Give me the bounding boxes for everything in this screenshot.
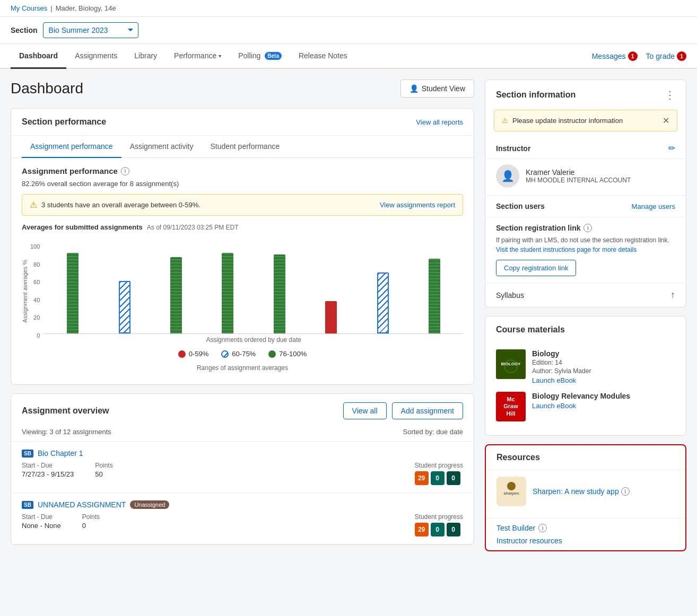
section-label: Section [11,26,38,34]
student-view-label: Student View [422,84,465,93]
assignment-row-1: SB Bio Chapter 1 Start - Due 7/27/23 - 9… [11,442,474,493]
chart-area: Assignment averages % 100 80 60 40 20 0 [22,233,463,344]
points-value-2: 0 [82,522,100,530]
biology-name: Biology [532,349,675,358]
test-builder-info-icon[interactable]: i [538,524,547,532]
nav-polling[interactable]: Polling Beta [230,44,290,69]
start-due-value-2: None - None [22,522,61,530]
test-builder-link[interactable]: Test Builder i [496,524,675,532]
sharpen-logo-svg: sharpen [496,477,526,506]
to-grade-btn[interactable]: To grade 1 [646,51,686,61]
edit-instructor-icon[interactable]: ✏ [668,143,675,153]
svg-text:BIOLOGY: BIOLOGY [501,362,521,366]
tab-student-performance[interactable]: Student performance [202,136,288,158]
start-due-label-1: Start - Due [22,462,74,469]
start-due-value-1: 7/27/23 - 9/15/23 [22,470,74,478]
syllabus-label: Syllabus [496,291,524,300]
performance-tabs: Assignment performance Assignment activi… [11,136,474,158]
bar-8 [429,259,440,333]
resource-item-sharpen: sharpen Sharpen: A new study app i [496,477,675,506]
prog-badge-dark-teal-2: 0 [447,523,460,536]
alert-close-button[interactable]: ✕ [663,116,669,126]
section-users-label: Section users [496,202,545,210]
messages-btn[interactable]: Messages 1 [592,51,638,61]
view-assignments-report-link[interactable]: View assignments report [380,201,455,209]
bar-5 [274,254,285,333]
sidebar-column: Section information ⋮ ⚠ Please update in… [485,80,686,551]
svg-point-5 [507,482,516,490]
copy-registration-link-button[interactable]: Copy registration link [496,260,576,276]
overview-buttons: View all Add assignment [343,402,463,419]
detail-points-2: Points 0 [82,513,100,530]
assignment-name-1[interactable]: Bio Chapter 1 [38,449,83,457]
student-view-button[interactable]: 👤 Student View [400,80,474,98]
instructor-name: Kramer Valerie [526,168,631,177]
nav-dashboard[interactable]: Dashboard [11,44,66,69]
legend-subtitle: Ranges of assignment averages [22,364,463,376]
legend-item-red: 0-59% [178,350,209,358]
biology-launch-link[interactable]: Launch eBook [532,376,576,384]
nav-library[interactable]: Library [126,44,165,69]
tab-assignment-performance[interactable]: Assignment performance [22,136,121,158]
perf-info-icon[interactable]: i [121,167,129,175]
breadcrumb-my-courses[interactable]: My Courses [11,4,47,12]
prog-badge-teal-1: 0 [431,471,445,485]
biology-thumb: BIOLOGY [496,349,526,379]
manage-users-link[interactable]: Manage users [632,203,675,210]
unassigned-badge: Unassigned [130,500,169,509]
prog-badge-teal-2: 0 [431,523,445,536]
legend-dot-red [178,350,186,358]
chart-date: As of 09/11/2023 03:25 PM EDT [147,224,239,231]
section-performance-card: Section performance View all reports Ass… [11,108,474,385]
biology-edition: Edition: 14 [532,359,675,366]
assignment-details-1: Start - Due 7/27/23 - 9/15/23 Points 50 … [22,462,463,485]
points-label-1: Points [95,462,112,469]
bar-6 [325,301,337,333]
section-reg-row: Section registration link i If pairing w… [485,217,686,283]
tab-assignment-activity[interactable]: Assignment activity [121,136,202,158]
perf-alert: ⚠ 3 students have an overall average bet… [22,194,463,216]
add-assignment-button[interactable]: Add assignment [392,402,463,419]
mcgh-thumb: McGrawHill [496,392,526,421]
section-selector-bar: Section Bio Summer 2023 Fall 2023 Spring… [0,17,697,44]
nav-assignments[interactable]: Assignments [66,44,126,69]
start-due-label-2: Start - Due [22,513,61,521]
instructor-sub: MH MOODLE INTERNAL ACCOUNT [526,177,631,184]
nav-release-notes[interactable]: Release Notes [290,44,356,69]
legend-dot-green [268,350,276,358]
legend-label-green: 76-100% [279,350,307,358]
mcgh-logo: McGrawHill [503,396,518,417]
instructor-resources-link[interactable]: Instructor resources [496,536,675,545]
instructor-info: Kramer Valerie MH MOODLE INTERNAL ACCOUN… [526,168,631,184]
nav-performance[interactable]: Performance ▾ [165,44,230,69]
section-info-menu[interactable]: ⋮ [665,89,675,101]
beta-badge: Beta [265,52,282,60]
assignment-overview-card: Assignment overview View all Add assignm… [11,393,474,545]
instructor-row: 👤 Kramer Valerie MH MOODLE INTERNAL ACCO… [485,159,686,196]
y-label-100: 100 [30,243,40,250]
update-alert-text: Please update instructor information [512,117,623,125]
assignment-name-row-2: SB UNNAMED ASSIGNMENT Unassigned [22,500,463,509]
main-column: Dashboard 👤 Student View Section perform… [11,80,474,551]
view-all-reports-link[interactable]: View all reports [416,118,463,126]
assignment-details-2: Start - Due None - None Points 0 Student… [22,513,463,536]
section-dropdown[interactable]: Bio Summer 2023 Fall 2023 Spring 2024 [43,22,138,38]
material-item-relevancy: McGrawHill Biology Relevancy Modules Lau… [496,392,675,421]
x-axis-label: Assignments ordered by due date [44,336,463,344]
resources-links: Test Builder i Instructor resources [486,518,685,550]
upload-syllabus-icon[interactable]: ↑ [670,289,675,301]
sharpen-info-icon[interactable]: i [621,487,630,496]
relevancy-launch-link[interactable]: Launch eBook [532,402,576,410]
page-layout: Dashboard 👤 Student View Section perform… [0,69,697,562]
points-value-1: 50 [95,470,112,478]
chart-bars-wrap: Assignments ordered by due date [44,239,463,344]
assignment-name-2[interactable]: UNNAMED ASSIGNMENT [38,500,126,509]
detail-points-1: Points 50 [95,462,112,478]
reg-link-info-icon[interactable]: i [583,224,592,232]
syllabus-row: Syllabus ↑ [485,283,686,307]
points-label-2: Points [82,513,100,521]
view-all-button[interactable]: View all [343,402,387,419]
visit-student-instructions-link[interactable]: Visit the student instructions page for … [496,246,637,253]
instructor-label: Instructor [496,144,530,153]
sharpen-name-link[interactable]: Sharpen: A new study app i [533,487,630,496]
